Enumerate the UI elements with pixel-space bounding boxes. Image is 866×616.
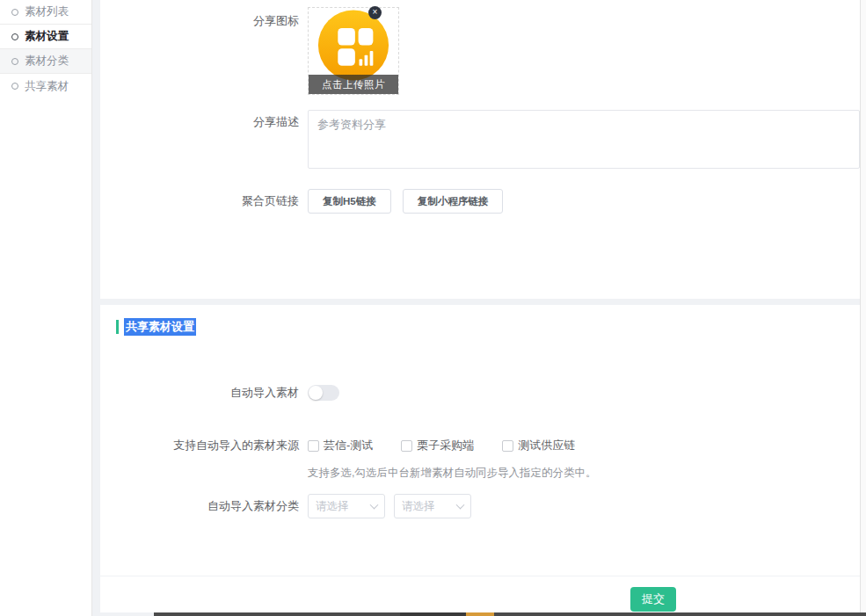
radio-circle-icon	[11, 58, 18, 65]
select-placeholder: 请选择	[402, 499, 435, 514]
sidebar-item-material-settings[interactable]: 素材设置	[0, 25, 91, 49]
sidebar-item-material-category[interactable]: 素材分类	[0, 49, 91, 74]
checkbox-icon	[502, 440, 513, 452]
upload-overlay-label: 点击上传照片	[309, 75, 398, 94]
section-title-row: 共享素材设置	[100, 305, 860, 336]
sidebar-item-label: 素材分类	[25, 54, 69, 69]
copy-miniprogram-link-button[interactable]: 复制小程序链接	[403, 189, 504, 214]
toggle-knob-icon	[309, 386, 323, 400]
sidebar-item-label: 素材列表	[25, 4, 69, 19]
sidebar-item-label: 素材设置	[25, 29, 69, 44]
category-select-secondary[interactable]: 请选择	[394, 494, 471, 518]
multi-select-hint: 支持多选,勾选后中台新增素材自动同步导入指定的分类中。	[308, 465, 860, 481]
sidebar-item-shared-material[interactable]: 共享素材	[0, 74, 91, 98]
radio-circle-icon	[11, 83, 18, 90]
checkbox-label: 栗子采购端	[417, 438, 474, 453]
share-settings-card: 分享图标 ×	[100, 0, 860, 299]
share-desc-label: 分享描述	[100, 110, 308, 134]
share-desc-textarea[interactable]: 参考资料分享	[308, 110, 860, 169]
sidebar: 素材列表 素材设置 素材分类 共享素材	[0, 0, 92, 616]
radio-circle-icon	[11, 9, 18, 16]
section-accent-bar	[116, 320, 119, 334]
import-source-label: 支持自动导入的素材来源	[100, 433, 308, 458]
section-title: 共享素材设置	[124, 318, 196, 336]
auto-import-category-label: 自动导入素材分类	[100, 494, 308, 518]
source-checkbox-yunxin-test[interactable]: 芸信-测试	[308, 438, 373, 453]
close-icon[interactable]: ×	[368, 6, 382, 19]
vertical-scrollbar[interactable]	[860, 0, 866, 616]
auto-import-toggle[interactable]	[308, 385, 339, 401]
chevron-down-icon	[370, 501, 379, 510]
source-checkbox-test-supply-chain[interactable]: 测试供应链	[502, 438, 575, 453]
checkbox-label: 芸信-测试	[324, 438, 373, 453]
bottom-edge-segment-orange	[466, 612, 494, 616]
share-icon-label: 分享图标	[100, 7, 308, 30]
source-checkbox-lizi-procurement[interactable]: 栗子采购端	[401, 438, 474, 453]
chevron-down-icon	[456, 501, 465, 510]
checkbox-icon	[308, 440, 319, 452]
select-placeholder: 请选择	[316, 499, 349, 514]
sidebar-item-label: 共享素材	[25, 79, 69, 94]
checkbox-icon	[401, 440, 412, 452]
copy-h5-link-button[interactable]: 复制H5链接	[308, 189, 391, 214]
footer-bar: 提交	[100, 576, 860, 612]
bottom-edge-bar	[154, 612, 866, 616]
auto-import-label: 自动导入素材	[100, 380, 308, 405]
uploaded-app-icon	[317, 10, 389, 84]
sidebar-item-material-list[interactable]: 素材列表	[0, 0, 91, 25]
shared-material-settings-card: 共享素材设置 自动导入素材 支持自动导入的素材来源 芸信-测试	[100, 305, 860, 576]
checkbox-label: 测试供应链	[518, 438, 575, 453]
radio-circle-icon	[11, 33, 18, 40]
share-icon-upload-box[interactable]: ×	[308, 7, 399, 95]
bottom-edge-segment-dark	[400, 612, 466, 616]
aggregate-link-label: 聚合页链接	[100, 189, 308, 214]
submit-button[interactable]: 提交	[630, 587, 676, 612]
category-select-primary[interactable]: 请选择	[308, 494, 385, 518]
